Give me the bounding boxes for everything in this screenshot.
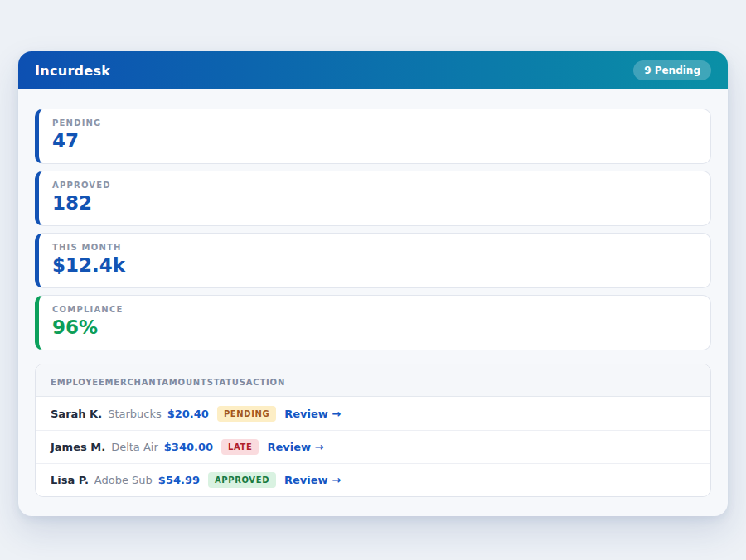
merchant-name: Adobe Sub: [94, 474, 153, 486]
table-header-row: EMPLOYEEMERCHANTAMOUNTSTATUSACTION: [36, 364, 710, 397]
pending-count-badge: 9 Pending: [633, 60, 711, 80]
app-title: Incurdesk: [35, 63, 110, 79]
stat-value: 47: [52, 130, 697, 153]
merchant-name: Starbucks: [108, 408, 162, 420]
column-header-merchant: MERCHANT: [105, 378, 162, 387]
stat-label: COMPLIANCE: [52, 305, 697, 314]
main-content: PENDING 47 APPROVED 182 THIS MONTH $12.4…: [18, 89, 728, 516]
column-header-status: STATUS: [207, 378, 246, 387]
status-badge: LATE: [221, 439, 259, 455]
amount-value: $340.00: [164, 441, 213, 453]
stat-card-approved: APPROVED 182: [35, 171, 711, 226]
amount-value: $54.99: [158, 474, 200, 486]
employee-name: Lisa P.: [51, 474, 89, 486]
table-row: Sarah K. Starbucks $20.40 PENDING Review…: [36, 397, 710, 430]
review-link[interactable]: Review →: [267, 441, 323, 453]
amount-value: $20.40: [167, 408, 209, 420]
employee-name: Sarah K.: [51, 408, 102, 420]
review-link[interactable]: Review →: [284, 474, 341, 486]
app-header: Incurdesk 9 Pending: [18, 51, 728, 89]
column-header-employee: EMPLOYEE: [51, 378, 105, 387]
stat-label: APPROVED: [52, 181, 697, 190]
employee-name: James M.: [51, 441, 105, 453]
app-card: Incurdesk 9 Pending PENDING 47 APPROVED …: [18, 51, 728, 516]
column-header-action: ACTION: [246, 378, 285, 387]
table-row: James M. Delta Air $340.00 LATE Review →: [36, 430, 710, 463]
stat-card-this-month: THIS MONTH $12.4k: [35, 233, 711, 288]
stat-label: PENDING: [52, 118, 697, 128]
review-link[interactable]: Review →: [284, 408, 341, 420]
stat-value: $12.4k: [52, 254, 697, 278]
status-badge: APPROVED: [208, 472, 276, 488]
column-header-amount: AMOUNT: [162, 378, 206, 387]
stat-label: THIS MONTH: [52, 243, 697, 252]
table-row: Lisa P. Adobe Sub $54.99 APPROVED Review…: [36, 463, 710, 496]
stat-card-pending: PENDING 47: [35, 109, 711, 164]
transactions-table: EMPLOYEEMERCHANTAMOUNTSTATUSACTION Sarah…: [35, 364, 711, 497]
status-badge: PENDING: [217, 406, 276, 422]
merchant-name: Delta Air: [111, 441, 158, 453]
stat-value: 182: [52, 192, 697, 215]
stat-card-compliance: COMPLIANCE 96%: [35, 295, 711, 350]
stat-value: 96%: [52, 316, 697, 340]
